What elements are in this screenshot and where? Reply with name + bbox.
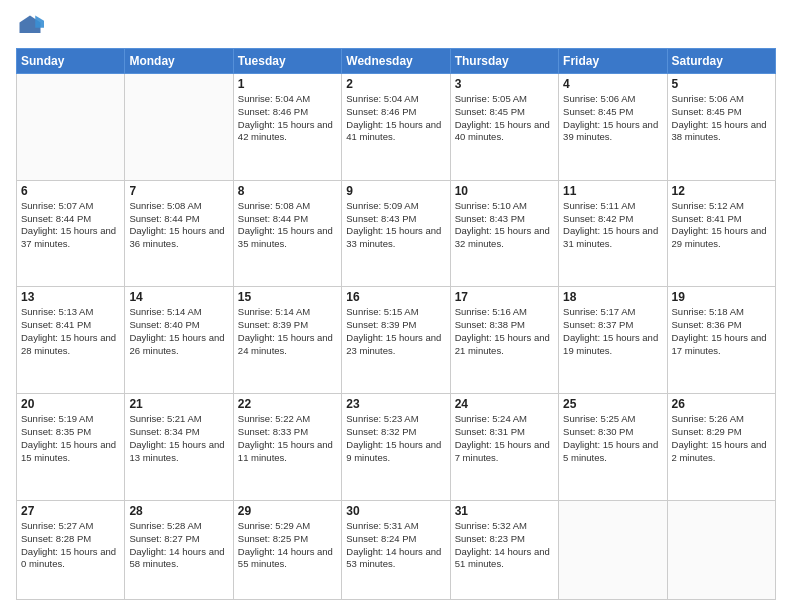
day-info: Sunrise: 5:14 AM Sunset: 8:39 PM Dayligh… [238, 306, 337, 357]
day-info: Sunrise: 5:08 AM Sunset: 8:44 PM Dayligh… [129, 200, 228, 251]
day-info: Sunrise: 5:14 AM Sunset: 8:40 PM Dayligh… [129, 306, 228, 357]
calendar-cell: 29Sunrise: 5:29 AM Sunset: 8:25 PM Dayli… [233, 500, 341, 599]
day-number: 6 [21, 184, 120, 198]
day-info: Sunrise: 5:32 AM Sunset: 8:23 PM Dayligh… [455, 520, 554, 571]
calendar-cell: 22Sunrise: 5:22 AM Sunset: 8:33 PM Dayli… [233, 394, 341, 501]
logo [16, 12, 48, 40]
calendar-cell [559, 500, 667, 599]
day-number: 18 [563, 290, 662, 304]
calendar-cell: 25Sunrise: 5:25 AM Sunset: 8:30 PM Dayli… [559, 394, 667, 501]
calendar-cell: 12Sunrise: 5:12 AM Sunset: 8:41 PM Dayli… [667, 180, 775, 287]
day-info: Sunrise: 5:04 AM Sunset: 8:46 PM Dayligh… [238, 93, 337, 144]
day-info: Sunrise: 5:31 AM Sunset: 8:24 PM Dayligh… [346, 520, 445, 571]
col-header-saturday: Saturday [667, 49, 775, 74]
calendar-cell: 18Sunrise: 5:17 AM Sunset: 8:37 PM Dayli… [559, 287, 667, 394]
day-info: Sunrise: 5:21 AM Sunset: 8:34 PM Dayligh… [129, 413, 228, 464]
day-info: Sunrise: 5:23 AM Sunset: 8:32 PM Dayligh… [346, 413, 445, 464]
day-info: Sunrise: 5:19 AM Sunset: 8:35 PM Dayligh… [21, 413, 120, 464]
day-number: 3 [455, 77, 554, 91]
day-info: Sunrise: 5:16 AM Sunset: 8:38 PM Dayligh… [455, 306, 554, 357]
calendar-cell: 9Sunrise: 5:09 AM Sunset: 8:43 PM Daylig… [342, 180, 450, 287]
calendar-cell: 30Sunrise: 5:31 AM Sunset: 8:24 PM Dayli… [342, 500, 450, 599]
calendar-body: 1Sunrise: 5:04 AM Sunset: 8:46 PM Daylig… [17, 74, 776, 600]
day-info: Sunrise: 5:25 AM Sunset: 8:30 PM Dayligh… [563, 413, 662, 464]
calendar-cell [667, 500, 775, 599]
calendar-table: SundayMondayTuesdayWednesdayThursdayFrid… [16, 48, 776, 600]
day-info: Sunrise: 5:04 AM Sunset: 8:46 PM Dayligh… [346, 93, 445, 144]
day-number: 9 [346, 184, 445, 198]
day-info: Sunrise: 5:17 AM Sunset: 8:37 PM Dayligh… [563, 306, 662, 357]
header [16, 12, 776, 40]
col-header-monday: Monday [125, 49, 233, 74]
day-info: Sunrise: 5:15 AM Sunset: 8:39 PM Dayligh… [346, 306, 445, 357]
col-header-sunday: Sunday [17, 49, 125, 74]
day-info: Sunrise: 5:27 AM Sunset: 8:28 PM Dayligh… [21, 520, 120, 571]
calendar-cell: 14Sunrise: 5:14 AM Sunset: 8:40 PM Dayli… [125, 287, 233, 394]
day-info: Sunrise: 5:05 AM Sunset: 8:45 PM Dayligh… [455, 93, 554, 144]
day-info: Sunrise: 5:07 AM Sunset: 8:44 PM Dayligh… [21, 200, 120, 251]
day-info: Sunrise: 5:26 AM Sunset: 8:29 PM Dayligh… [672, 413, 771, 464]
calendar-cell: 3Sunrise: 5:05 AM Sunset: 8:45 PM Daylig… [450, 74, 558, 181]
day-info: Sunrise: 5:08 AM Sunset: 8:44 PM Dayligh… [238, 200, 337, 251]
day-number: 30 [346, 504, 445, 518]
day-number: 27 [21, 504, 120, 518]
calendar-cell: 4Sunrise: 5:06 AM Sunset: 8:45 PM Daylig… [559, 74, 667, 181]
day-number: 17 [455, 290, 554, 304]
day-number: 26 [672, 397, 771, 411]
calendar-cell: 6Sunrise: 5:07 AM Sunset: 8:44 PM Daylig… [17, 180, 125, 287]
col-header-friday: Friday [559, 49, 667, 74]
calendar-cell: 10Sunrise: 5:10 AM Sunset: 8:43 PM Dayli… [450, 180, 558, 287]
day-info: Sunrise: 5:18 AM Sunset: 8:36 PM Dayligh… [672, 306, 771, 357]
day-number: 22 [238, 397, 337, 411]
calendar-cell [125, 74, 233, 181]
calendar-cell: 17Sunrise: 5:16 AM Sunset: 8:38 PM Dayli… [450, 287, 558, 394]
day-number: 8 [238, 184, 337, 198]
week-row-1: 1Sunrise: 5:04 AM Sunset: 8:46 PM Daylig… [17, 74, 776, 181]
day-number: 28 [129, 504, 228, 518]
calendar-cell: 26Sunrise: 5:26 AM Sunset: 8:29 PM Dayli… [667, 394, 775, 501]
calendar-cell: 2Sunrise: 5:04 AM Sunset: 8:46 PM Daylig… [342, 74, 450, 181]
day-info: Sunrise: 5:22 AM Sunset: 8:33 PM Dayligh… [238, 413, 337, 464]
day-number: 16 [346, 290, 445, 304]
calendar-cell: 19Sunrise: 5:18 AM Sunset: 8:36 PM Dayli… [667, 287, 775, 394]
day-number: 20 [21, 397, 120, 411]
day-number: 23 [346, 397, 445, 411]
calendar-header: SundayMondayTuesdayWednesdayThursdayFrid… [17, 49, 776, 74]
day-number: 10 [455, 184, 554, 198]
calendar-cell: 27Sunrise: 5:27 AM Sunset: 8:28 PM Dayli… [17, 500, 125, 599]
col-header-thursday: Thursday [450, 49, 558, 74]
header-row: SundayMondayTuesdayWednesdayThursdayFrid… [17, 49, 776, 74]
calendar-cell: 21Sunrise: 5:21 AM Sunset: 8:34 PM Dayli… [125, 394, 233, 501]
day-number: 2 [346, 77, 445, 91]
day-info: Sunrise: 5:06 AM Sunset: 8:45 PM Dayligh… [563, 93, 662, 144]
day-number: 15 [238, 290, 337, 304]
day-info: Sunrise: 5:24 AM Sunset: 8:31 PM Dayligh… [455, 413, 554, 464]
calendar-cell: 24Sunrise: 5:24 AM Sunset: 8:31 PM Dayli… [450, 394, 558, 501]
day-number: 13 [21, 290, 120, 304]
day-number: 12 [672, 184, 771, 198]
day-number: 21 [129, 397, 228, 411]
calendar-cell: 28Sunrise: 5:28 AM Sunset: 8:27 PM Dayli… [125, 500, 233, 599]
day-number: 24 [455, 397, 554, 411]
day-number: 1 [238, 77, 337, 91]
day-number: 25 [563, 397, 662, 411]
week-row-3: 13Sunrise: 5:13 AM Sunset: 8:41 PM Dayli… [17, 287, 776, 394]
calendar-cell: 11Sunrise: 5:11 AM Sunset: 8:42 PM Dayli… [559, 180, 667, 287]
day-number: 19 [672, 290, 771, 304]
calendar-cell: 16Sunrise: 5:15 AM Sunset: 8:39 PM Dayli… [342, 287, 450, 394]
day-info: Sunrise: 5:11 AM Sunset: 8:42 PM Dayligh… [563, 200, 662, 251]
day-number: 29 [238, 504, 337, 518]
calendar-cell: 7Sunrise: 5:08 AM Sunset: 8:44 PM Daylig… [125, 180, 233, 287]
day-info: Sunrise: 5:12 AM Sunset: 8:41 PM Dayligh… [672, 200, 771, 251]
day-number: 4 [563, 77, 662, 91]
day-info: Sunrise: 5:10 AM Sunset: 8:43 PM Dayligh… [455, 200, 554, 251]
calendar-cell: 8Sunrise: 5:08 AM Sunset: 8:44 PM Daylig… [233, 180, 341, 287]
calendar-cell: 31Sunrise: 5:32 AM Sunset: 8:23 PM Dayli… [450, 500, 558, 599]
calendar-cell: 15Sunrise: 5:14 AM Sunset: 8:39 PM Dayli… [233, 287, 341, 394]
day-number: 11 [563, 184, 662, 198]
logo-icon [16, 12, 44, 40]
calendar-cell: 5Sunrise: 5:06 AM Sunset: 8:45 PM Daylig… [667, 74, 775, 181]
day-info: Sunrise: 5:29 AM Sunset: 8:25 PM Dayligh… [238, 520, 337, 571]
week-row-4: 20Sunrise: 5:19 AM Sunset: 8:35 PM Dayli… [17, 394, 776, 501]
day-number: 14 [129, 290, 228, 304]
